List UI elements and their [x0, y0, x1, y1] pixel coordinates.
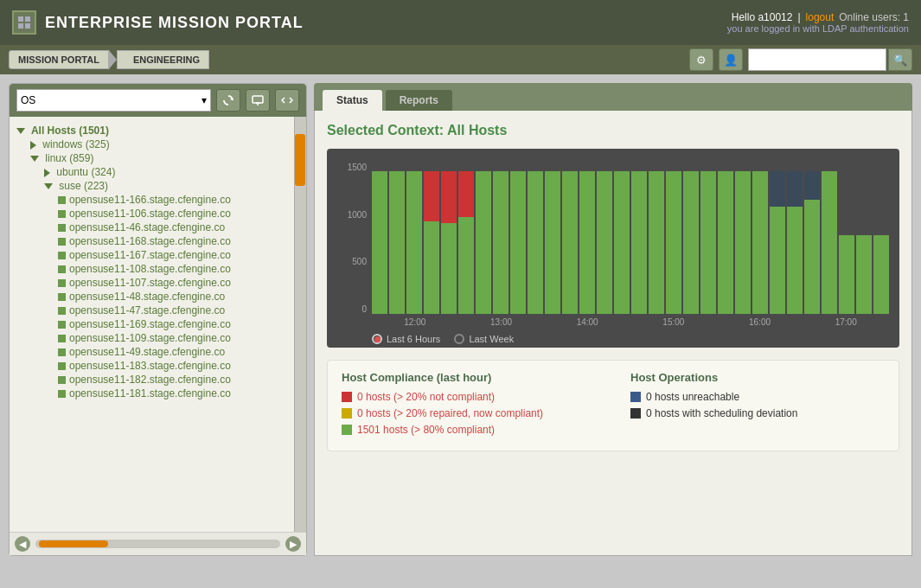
list-item[interactable]: opensuse11-168.stage.cfengine.co	[16, 234, 306, 248]
chart-area: 1500 1000 500 0	[337, 163, 889, 314]
chart-bar-col	[804, 163, 820, 314]
chart-bar-col	[683, 163, 699, 314]
host-status-dot	[58, 265, 66, 273]
breadcrumb-separator	[108, 49, 117, 70]
compliance-row-2: 0 hosts (> 20% repaired, now compliant)	[342, 407, 596, 419]
host-status-dot	[58, 307, 66, 315]
monitor-button[interactable]	[246, 89, 270, 112]
refresh-button[interactable]	[216, 89, 240, 112]
bar-green	[649, 171, 664, 314]
chart-bar-col	[873, 163, 889, 314]
list-item[interactable]: opensuse11-167.stage.cfengine.co	[16, 248, 306, 262]
legend-last6hours[interactable]: Last 6 Hours	[372, 334, 440, 344]
list-item[interactable]: opensuse11-109.stage.cfengine.co	[16, 331, 306, 345]
compliance-title: Host Compliance (last hour)	[342, 371, 596, 384]
breadcrumb-engineering[interactable]: ENGINEERING	[117, 50, 209, 69]
list-item[interactable]: opensuse11-108.stage.cfengine.co	[16, 262, 306, 276]
user-icon-button[interactable]: 👤	[719, 48, 743, 71]
code-button[interactable]	[275, 89, 299, 112]
bar-red	[424, 171, 439, 221]
list-item[interactable]: opensuse11-48.stage.cfengine.co	[16, 290, 306, 304]
main-content: OS ▾	[0, 74, 921, 565]
list-item[interactable]: opensuse11-106.stage.cfengine.co	[16, 207, 306, 220]
tree-ubuntu[interactable]: ubuntu (324)	[16, 165, 306, 179]
bar-green	[718, 171, 733, 314]
x-label-1300: 13:00	[458, 317, 545, 327]
list-item[interactable]: opensuse11-181.stage.cfengine.co	[16, 387, 306, 400]
list-item[interactable]: opensuse11-47.stage.cfengine.co	[16, 304, 306, 317]
bar-green	[510, 171, 526, 314]
tree-windows[interactable]: windows (325)	[16, 137, 306, 151]
host-tree[interactable]: All Hosts (1501) windows (325) linux (85…	[10, 117, 306, 532]
host-status-dot	[58, 376, 66, 384]
collapse-linux-icon[interactable]	[30, 156, 39, 162]
tab-status[interactable]: Status	[323, 90, 382, 111]
svg-rect-1	[25, 16, 30, 22]
bar-green	[545, 171, 560, 314]
expand-ubuntu-icon[interactable]	[44, 169, 50, 177]
global-search-input[interactable]	[748, 48, 886, 71]
os-dropdown[interactable]: OS ▾	[16, 89, 211, 112]
chart-bar-col	[856, 163, 872, 314]
tab-reports[interactable]: Reports	[386, 90, 452, 111]
hscroll-thumb[interactable]	[39, 540, 108, 547]
left-panel: OS ▾	[9, 83, 307, 556]
chart-bar-col	[424, 163, 439, 314]
compliance-row3-text[interactable]: 1501 hosts (> 80% compliant)	[357, 424, 495, 436]
compliance-row1-text[interactable]: 0 hosts (> 20% not compliant)	[357, 391, 495, 403]
auth-text: you are logged in with LDAP authenticati…	[727, 23, 909, 34]
scroll-left-button[interactable]: ◀	[15, 536, 30, 552]
list-item[interactable]: opensuse11-169.stage.cfengine.co	[16, 317, 306, 331]
header-left: ENTERPRISE MISSION PORTAL	[12, 10, 304, 35]
operations-row2-text: 0 hosts with scheduling deviation	[646, 407, 797, 419]
scroll-right-button[interactable]: ▶	[285, 536, 301, 552]
list-item[interactable]: opensuse11-166.stage.cfengine.co	[16, 193, 306, 207]
separator: |	[797, 11, 800, 23]
list-item[interactable]: opensuse11-183.stage.cfengine.co	[16, 359, 306, 373]
horizontal-scrollbar[interactable]	[35, 540, 280, 548]
bar-green	[528, 171, 543, 314]
bar-green	[839, 235, 854, 314]
host-status-dot	[58, 210, 66, 218]
chart-bar-col	[770, 163, 785, 314]
search-button[interactable]: 🔍	[888, 48, 912, 71]
host-status-dot	[58, 293, 66, 301]
list-item[interactable]: opensuse11-107.stage.cfengine.co	[16, 276, 306, 290]
chart-bar-col	[406, 163, 422, 314]
breadcrumb-mission-portal[interactable]: MISSION PORTAL	[9, 50, 109, 69]
y-label-500: 500	[352, 257, 367, 266]
header-right: Hello a10012 | logout Online users: 1 yo…	[727, 11, 909, 34]
list-item[interactable]: opensuse11-49.stage.cfengine.co	[16, 345, 306, 359]
bar-green	[476, 171, 491, 314]
host-status-dot	[58, 348, 66, 356]
collapse-all-icon[interactable]	[16, 128, 25, 134]
tree-linux[interactable]: linux (859)	[16, 151, 306, 165]
svg-rect-5	[253, 96, 263, 103]
expand-windows-icon[interactable]	[30, 141, 36, 150]
collapse-suse-icon[interactable]	[44, 183, 53, 189]
tree-suse[interactable]: suse (223)	[16, 179, 306, 193]
tree-root-label[interactable]: All Hosts (1501)	[31, 125, 109, 137]
compliance-row-3: 1501 hosts (> 80% compliant)	[342, 424, 596, 436]
legend-lastweek[interactable]: Last Week	[454, 334, 514, 344]
chart-bar-col	[839, 163, 854, 314]
bar-green	[683, 171, 699, 314]
vertical-scrollbar[interactable]	[294, 117, 306, 532]
list-item[interactable]: opensuse11-46.stage.cfengine.co	[16, 220, 306, 234]
tree-root[interactable]: All Hosts (1501)	[16, 124, 306, 137]
y-label-0: 0	[361, 304, 367, 314]
compliance-row2-text[interactable]: 0 hosts (> 20% repaired, now compliant)	[357, 407, 543, 419]
tree-suse-label: suse (223)	[59, 180, 108, 192]
bar-dark	[787, 171, 803, 207]
chart-bar-col	[787, 163, 803, 314]
svg-rect-0	[18, 16, 23, 22]
svg-rect-3	[25, 23, 30, 29]
list-item[interactable]: opensuse11-182.stage.cfengine.co	[16, 373, 306, 387]
scrollbar-thumb[interactable]	[295, 134, 305, 186]
green-dot-icon	[342, 425, 352, 435]
tree-ubuntu-label: ubuntu (324)	[56, 166, 115, 178]
logout-button[interactable]: logout	[806, 11, 835, 23]
bar-green	[493, 171, 508, 314]
settings-icon-button[interactable]: ⚙	[689, 48, 713, 71]
bar-green	[441, 223, 457, 314]
